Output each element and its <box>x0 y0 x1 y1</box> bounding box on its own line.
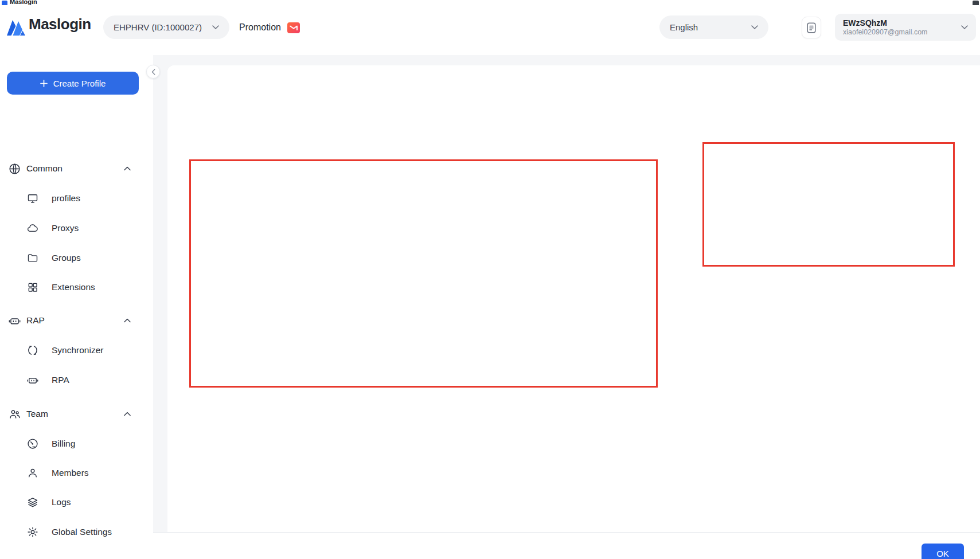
chevron-up-icon <box>124 412 131 416</box>
monitor-icon <box>26 192 39 205</box>
robot-icon <box>8 314 21 327</box>
sidebar-item-subscription-purchase[interactable]: Subscription Purchase <box>0 553 145 559</box>
sidebar-section-label: RAP <box>26 315 45 326</box>
sidebar-item-synchronizer[interactable]: Synchronizer <box>0 339 145 362</box>
window-title-strip: Maslogin <box>0 0 980 5</box>
sidebar-section-label: Common <box>26 163 63 174</box>
language-label: English <box>670 22 745 32</box>
app-favicon <box>2 1 7 5</box>
create-profile-button[interactable]: Create Profile <box>7 72 139 95</box>
sidebar-item-extensions[interactable]: Extensions <box>0 276 145 299</box>
app-header: Maslogin EHPHRV (ID:1000027) Promotion E… <box>0 5 980 55</box>
sidebar-section-team[interactable]: Team <box>0 402 145 425</box>
sync-icon <box>26 344 39 357</box>
user-email: xiaofei020907@gmail.com <box>843 28 961 37</box>
user-account-menu[interactable]: EWzSQhzM xiaofei020907@gmail.com <box>835 14 976 41</box>
gear-icon <box>26 526 39 538</box>
sidebar-section-rap[interactable]: RAP <box>0 309 145 332</box>
user-name: EWzSQhzM <box>843 18 961 28</box>
chevron-left-icon <box>151 69 155 75</box>
ok-button[interactable]: OK <box>922 544 964 559</box>
app-window: Create Profile Common profiles Proxys Gr… <box>0 0 980 559</box>
language-selector[interactable]: English <box>659 15 768 39</box>
sidebar-item-label: profiles <box>52 193 80 204</box>
sidebar-item-logs[interactable]: Logs <box>0 491 145 514</box>
sidebar-item-label: Synchronizer <box>52 345 103 355</box>
chevron-up-icon <box>124 166 131 171</box>
chevron-down-icon <box>212 25 219 29</box>
sidebar-item-label: Groups <box>52 253 81 263</box>
sidebar-section-label: Team <box>26 409 48 419</box>
maslogin-logo-icon <box>6 19 26 36</box>
sidebar-item-members[interactable]: Members <box>0 462 145 484</box>
window-title: Maslogin <box>10 0 37 5</box>
sidebar-item-global-settings[interactable]: Global Settings <box>0 521 145 544</box>
sidebar: Create Profile Common profiles Proxys Gr… <box>0 55 153 559</box>
sidebar-item-groups[interactable]: Groups <box>0 247 145 269</box>
envelope-icon <box>287 22 300 33</box>
sidebar-item-label: RPA <box>52 375 69 385</box>
sidebar-item-billing[interactable]: Billing <box>0 432 145 455</box>
brand-name: Maslogin <box>29 15 91 33</box>
main-content-card <box>167 65 980 532</box>
cloud-icon <box>26 222 39 234</box>
layers-icon <box>26 496 39 509</box>
window-control-icon[interactable] <box>973 1 979 5</box>
promotion-label: Promotion <box>239 22 281 33</box>
sidebar-item-label: Billing <box>52 439 75 449</box>
user-meta: EWzSQhzM xiaofei020907@gmail.com <box>843 18 961 37</box>
chevron-up-icon <box>124 318 131 323</box>
document-icon <box>807 22 816 33</box>
folder-icon <box>26 252 39 264</box>
sidebar-item-label: Members <box>52 468 89 478</box>
ok-label: OK <box>936 549 949 558</box>
sidebar-item-label: Proxys <box>52 223 79 233</box>
sidebar-item-label: Logs <box>52 497 71 507</box>
team-icon <box>8 408 21 420</box>
chevron-down-icon <box>961 25 968 29</box>
workspace-selector[interactable]: EHPHRV (ID:1000027) <box>103 15 229 39</box>
document-button[interactable] <box>802 17 821 38</box>
grid-icon <box>26 281 39 294</box>
plus-icon <box>40 80 48 87</box>
workspace-label: EHPHRV (ID:1000027) <box>114 22 206 32</box>
sidebar-section-common[interactable]: Common <box>0 157 145 180</box>
chevron-down-icon <box>751 25 758 29</box>
person-icon <box>26 467 39 479</box>
sidebar-item-label: Global Settings <box>52 527 112 537</box>
sidebar-item-profiles[interactable]: profiles <box>0 187 145 210</box>
globe-icon <box>8 162 21 175</box>
create-profile-label: Create Profile <box>53 79 106 88</box>
sidebar-item-label: Extensions <box>52 282 95 292</box>
promotion-link[interactable]: Promotion <box>239 19 300 36</box>
gauge-icon <box>26 437 39 450</box>
sidebar-item-proxys[interactable]: Proxys <box>0 217 145 240</box>
footer-bar: OK <box>153 532 980 559</box>
robot-icon <box>26 374 39 386</box>
sidebar-collapse-button[interactable] <box>146 65 160 79</box>
sidebar-item-rpa[interactable]: RPA <box>0 369 145 392</box>
